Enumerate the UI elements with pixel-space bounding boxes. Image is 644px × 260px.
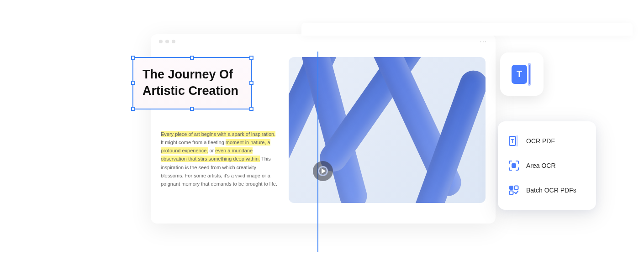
more-options-button[interactable]: ··· bbox=[480, 38, 487, 45]
selected-text-box[interactable]: The Journey OfArtistic Creation bbox=[132, 57, 252, 109]
highlighted-text[interactable]: Every piece of art begins with a spark o… bbox=[161, 131, 275, 137]
window-controls bbox=[159, 40, 175, 43]
svg-rect-7 bbox=[512, 163, 516, 168]
close-window-icon[interactable] bbox=[159, 40, 163, 43]
text-ocr-icon: T bbox=[508, 135, 520, 147]
menu-item-area-ocr[interactable]: Area OCR bbox=[504, 153, 590, 178]
play-button[interactable] bbox=[313, 161, 333, 181]
app-window: ··· Every piece of art begins with a spa… bbox=[151, 34, 496, 224]
titlebar: ··· bbox=[151, 34, 496, 49]
maximize-window-icon[interactable] bbox=[172, 40, 175, 43]
menu-item-batch-ocr[interactable]: Batch OCR PDFs bbox=[504, 178, 590, 203]
resize-handle-bc[interactable] bbox=[190, 107, 194, 111]
play-icon-ring bbox=[318, 166, 328, 176]
document-title[interactable]: The Journey OfArtistic Creation bbox=[143, 66, 238, 99]
resize-handle-tr[interactable] bbox=[249, 56, 253, 60]
menu-label: Batch OCR PDFs bbox=[526, 187, 576, 194]
text-editor-icon: T bbox=[510, 62, 534, 87]
svg-rect-3 bbox=[529, 65, 530, 84]
svg-rect-8 bbox=[509, 186, 513, 190]
play-icon bbox=[322, 168, 326, 174]
menu-label: Area OCR bbox=[526, 162, 556, 169]
batch-ocr-icon bbox=[508, 184, 520, 196]
body-span: It might come from a fleeting bbox=[161, 140, 226, 145]
svg-rect-9 bbox=[515, 186, 518, 190]
svg-text:T: T bbox=[516, 69, 522, 79]
minimize-window-icon[interactable] bbox=[165, 40, 169, 43]
svg-text:T: T bbox=[511, 138, 514, 144]
svg-rect-10 bbox=[510, 191, 513, 195]
menu-item-ocr-pdf[interactable]: T OCR PDF bbox=[504, 129, 590, 153]
ocr-menu: T OCR PDF Area OCR Batch OCR PDFs bbox=[498, 121, 596, 210]
resize-handle-mr[interactable] bbox=[249, 81, 253, 85]
svg-rect-6 bbox=[517, 135, 517, 146]
resize-handle-tc[interactable] bbox=[190, 56, 194, 60]
app-logo-card: T bbox=[500, 52, 544, 96]
comparison-slider-line[interactable] bbox=[317, 52, 318, 252]
body-text: Every piece of art begins with a spark o… bbox=[161, 130, 280, 188]
resize-handle-bl[interactable] bbox=[131, 107, 135, 111]
resize-handle-br[interactable] bbox=[249, 107, 253, 111]
resize-handle-ml[interactable] bbox=[131, 81, 135, 85]
body-span: or bbox=[208, 148, 215, 153]
menu-label: OCR PDF bbox=[526, 137, 555, 145]
resize-handle-tl[interactable] bbox=[131, 56, 135, 60]
area-ocr-icon bbox=[508, 160, 520, 172]
